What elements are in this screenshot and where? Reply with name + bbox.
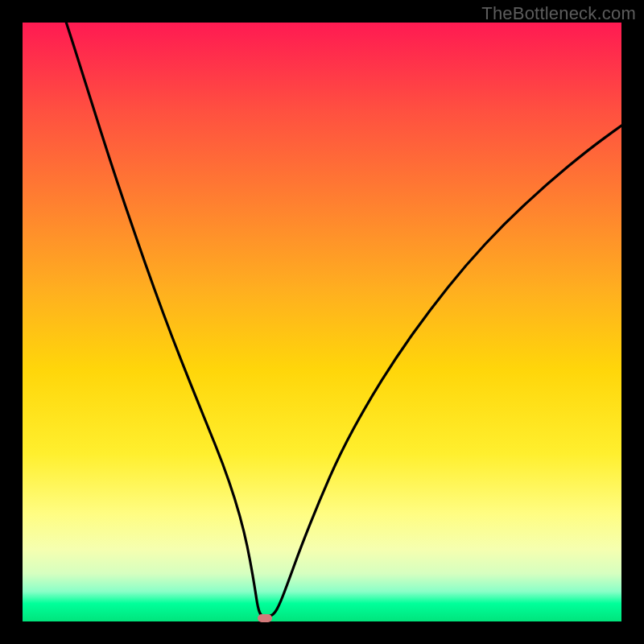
plot-area (23, 23, 621, 621)
optimal-marker (258, 614, 272, 622)
chart-frame: TheBottleneck.com (0, 0, 644, 644)
watermark-text: TheBottleneck.com (481, 3, 636, 24)
bottleneck-curve (23, 23, 621, 621)
